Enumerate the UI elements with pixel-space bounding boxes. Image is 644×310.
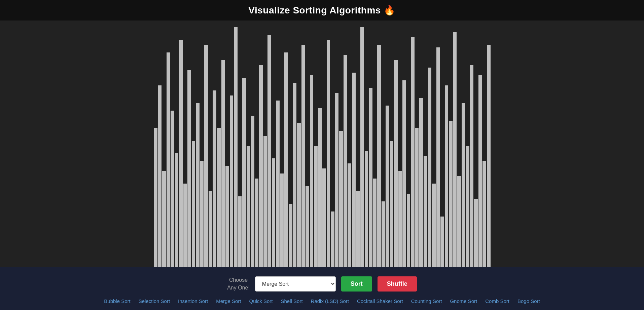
controls-area: ChooseAny One! Bubble SortSelection Sort…	[0, 267, 644, 310]
bar	[183, 184, 187, 267]
shuffle-button[interactable]: Shuffle	[378, 276, 417, 292]
bar	[365, 151, 368, 267]
algo-link-selection-sort[interactable]: Selection Sort	[139, 298, 170, 304]
algo-link-counting-sort[interactable]: Counting Sort	[411, 298, 442, 304]
bar	[221, 60, 225, 267]
algo-link-quick-sort[interactable]: Quick Sort	[249, 298, 273, 304]
bar	[478, 75, 482, 267]
bar	[251, 116, 254, 267]
bar	[369, 88, 372, 267]
bar	[306, 186, 309, 267]
sort-button[interactable]: Sort	[341, 276, 372, 292]
bar	[230, 95, 234, 267]
bar	[474, 199, 478, 267]
bar	[242, 78, 246, 267]
bar	[209, 191, 212, 267]
bar	[344, 55, 347, 267]
bar	[402, 80, 406, 267]
bar	[259, 65, 263, 267]
bar	[482, 161, 486, 267]
bar	[318, 108, 322, 267]
bar	[327, 40, 330, 267]
bar	[470, 65, 474, 267]
controls-row: ChooseAny One! Bubble SortSelection Sort…	[227, 276, 417, 292]
bar	[432, 184, 436, 267]
bar	[234, 27, 238, 267]
bar	[466, 146, 469, 267]
bar	[247, 146, 250, 267]
algo-link-radix--lsd--sort[interactable]: Radix (LSD) Sort	[311, 298, 349, 304]
bar	[284, 52, 288, 267]
bar	[154, 128, 157, 267]
bar	[411, 37, 415, 267]
bar	[335, 93, 339, 267]
algo-link-gnome-sort[interactable]: Gnome Sort	[450, 298, 477, 304]
bar	[204, 45, 208, 267]
visualization-area	[0, 21, 644, 267]
bar	[179, 40, 183, 267]
bar	[415, 128, 419, 267]
bar	[428, 68, 432, 267]
bar	[263, 136, 267, 267]
algo-link-comb-sort[interactable]: Comb Sort	[485, 298, 509, 304]
algo-link-shell-sort[interactable]: Shell Sort	[281, 298, 303, 304]
bar	[436, 47, 440, 267]
bar	[331, 211, 334, 267]
bar	[301, 45, 305, 267]
bar	[276, 101, 280, 267]
algo-link-bubble-sort[interactable]: Bubble Sort	[104, 298, 130, 304]
bar	[398, 171, 402, 267]
bar	[445, 85, 449, 267]
algo-link-insertion-sort[interactable]: Insertion Sort	[178, 298, 208, 304]
bar	[187, 70, 191, 267]
bars-container	[154, 27, 490, 267]
bar	[394, 60, 398, 267]
bar	[293, 83, 297, 267]
bar	[373, 179, 377, 267]
bar	[196, 103, 200, 267]
bar	[407, 194, 410, 267]
bar	[238, 196, 242, 267]
bar	[175, 153, 179, 267]
bar	[440, 217, 444, 267]
bar	[314, 146, 318, 267]
bar	[192, 141, 195, 267]
bar	[217, 128, 221, 267]
bar	[339, 131, 343, 267]
algo-link-merge-sort[interactable]: Merge Sort	[216, 298, 241, 304]
bar	[213, 90, 216, 267]
bar	[457, 176, 461, 267]
bar	[360, 27, 364, 267]
bar	[267, 35, 271, 267]
bar	[377, 45, 381, 267]
bar	[424, 156, 427, 267]
bar	[272, 158, 276, 267]
algo-link-cocktail-shaker-sort[interactable]: Cocktail Shaker Sort	[357, 298, 403, 304]
bar	[297, 123, 301, 267]
bar	[356, 191, 360, 267]
bar	[171, 111, 174, 267]
bar	[162, 171, 166, 267]
algo-link-bogo-sort[interactable]: Bogo Sort	[517, 298, 540, 304]
bar	[390, 141, 394, 267]
bar	[453, 32, 457, 267]
bar	[449, 121, 453, 267]
bar	[289, 204, 292, 267]
bar	[487, 45, 491, 267]
bar	[419, 98, 423, 267]
algorithm-select[interactable]: Bubble SortSelection SortInsertion SortM…	[255, 276, 336, 292]
bar	[167, 52, 170, 267]
bar	[225, 166, 229, 267]
bar	[200, 161, 204, 267]
bar	[322, 168, 326, 267]
bar	[382, 201, 385, 267]
page-title: Visualize Sorting Algorithms 🔥	[0, 5, 644, 16]
bar	[280, 173, 284, 267]
bar	[158, 85, 162, 267]
bar	[348, 163, 351, 267]
algo-links-row: Bubble SortSelection SortInsertion SortM…	[104, 298, 540, 304]
choose-label: ChooseAny One!	[227, 276, 250, 292]
bar	[310, 75, 314, 267]
bar	[255, 179, 259, 267]
bar	[352, 73, 356, 267]
